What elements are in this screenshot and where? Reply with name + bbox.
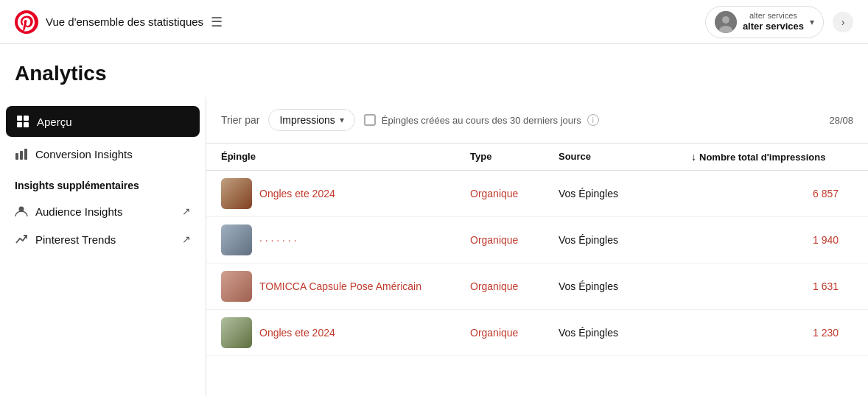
impressions-cell: 6 857 bbox=[691, 188, 853, 199]
checkbox-area: Épingles créées au cours des 30 derniers… bbox=[364, 114, 599, 126]
svg-rect-7 bbox=[24, 122, 29, 127]
nav-arrow-right[interactable]: › bbox=[833, 12, 853, 32]
table-row: TOMICCA Capsule Pose Américain Organique… bbox=[206, 264, 868, 310]
impressions-cell: 1 230 bbox=[691, 327, 853, 339]
pin-cell: TOMICCA Capsule Pose Américain bbox=[221, 271, 470, 302]
sidebar-section-title: Insights supplémentaires bbox=[0, 168, 206, 197]
external-link-icon-audience: ↗ bbox=[182, 205, 191, 217]
sidebar-item-trends[interactable]: Pinterest Trends ↗ bbox=[0, 225, 206, 253]
chart-icon bbox=[15, 147, 28, 160]
account-name-bottom: alter services bbox=[743, 21, 804, 32]
pin-thumbnail bbox=[221, 317, 252, 348]
table-row: Ongles ete 2024 Organique Vos Épingles 6… bbox=[206, 171, 868, 217]
sidebar-item-apercu-label: Aperçu bbox=[37, 116, 72, 128]
col-header-type: Type bbox=[470, 151, 559, 163]
toolbar: Trier par Impressions ▾ Épingles créées … bbox=[206, 97, 868, 144]
col-header-source: Source bbox=[559, 151, 691, 163]
sort-down-arrow: ↓ bbox=[691, 151, 696, 163]
pin-thumbnail bbox=[221, 271, 252, 302]
account-info: alter services alter services bbox=[743, 11, 804, 32]
svg-rect-5 bbox=[24, 116, 29, 121]
checkbox-30days[interactable] bbox=[364, 114, 376, 126]
sidebar-item-conversion-left: Conversion Insights bbox=[15, 147, 133, 160]
header-title: Vue d'ensemble des statistiques bbox=[46, 15, 203, 28]
pin-cell: Ongles ete 2024 bbox=[221, 317, 470, 348]
svg-rect-4 bbox=[17, 116, 22, 121]
sidebar-item-trends-label: Pinterest Trends bbox=[35, 233, 116, 246]
hamburger-icon[interactable]: ☰ bbox=[211, 14, 223, 30]
impressions-cell: 1 940 bbox=[691, 234, 853, 246]
table-row: Ongles ete 2024 Organique Vos Épingles 1… bbox=[206, 310, 868, 356]
source-cell: Vos Épingles bbox=[559, 188, 691, 199]
type-cell: Organique bbox=[470, 280, 559, 292]
chevron-down-icon: ▾ bbox=[810, 17, 814, 27]
external-link-icon-trends: ↗ bbox=[182, 233, 191, 245]
sort-label: Trier par bbox=[221, 114, 259, 126]
pin-name-link[interactable]: Ongles ete 2024 bbox=[259, 327, 335, 339]
main-layout: Aperçu Conversion Insights Insights supp… bbox=[0, 97, 868, 396]
sidebar-item-audience-left: Audience Insights bbox=[15, 205, 122, 218]
svg-rect-6 bbox=[17, 122, 22, 127]
page-title-section: Analytics bbox=[0, 44, 868, 97]
impressions-cell: 1 631 bbox=[691, 280, 853, 292]
pin-name-link[interactable]: TOMICCA Capsule Pose Américain bbox=[259, 280, 421, 292]
type-cell: Organique bbox=[470, 327, 559, 339]
sidebar-item-conversion-label: Conversion Insights bbox=[35, 148, 133, 160]
source-cell: Vos Épingles bbox=[559, 280, 691, 292]
date-badge: 28/08 bbox=[829, 115, 853, 126]
sidebar-item-audience[interactable]: Audience Insights ↗ bbox=[0, 197, 206, 225]
account-name-top: alter services bbox=[743, 11, 804, 21]
checkbox-label: Épingles créées au cours des 30 derniers… bbox=[382, 115, 581, 126]
sidebar: Aperçu Conversion Insights Insights supp… bbox=[0, 97, 206, 396]
table-row: · · · · · · · Organique Vos Épingles 1 9… bbox=[206, 217, 868, 264]
source-cell: Vos Épingles bbox=[559, 234, 691, 246]
header-left: Vue d'ensemble des statistiques ☰ bbox=[15, 10, 223, 34]
type-cell: Organique bbox=[470, 234, 559, 246]
col-header-pin: Épingle bbox=[221, 151, 470, 163]
info-icon[interactable]: i bbox=[587, 114, 599, 126]
pin-cell: · · · · · · · bbox=[221, 224, 470, 255]
chevron-down-icon: ▾ bbox=[340, 115, 344, 125]
content-area: Trier par Impressions ▾ Épingles créées … bbox=[206, 97, 868, 396]
account-button[interactable]: alter services alter services ▾ bbox=[705, 6, 824, 38]
toolbar-left: Trier par Impressions ▾ Épingles créées … bbox=[221, 109, 599, 131]
pin-name-empty: · · · · · · · bbox=[259, 234, 297, 246]
sidebar-item-trends-left: Pinterest Trends bbox=[15, 233, 116, 246]
header: Vue d'ensemble des statistiques ☰ alter … bbox=[0, 0, 868, 44]
grid-icon bbox=[16, 115, 29, 128]
pin-thumbnail bbox=[221, 224, 252, 255]
svg-rect-8 bbox=[15, 153, 18, 160]
svg-rect-10 bbox=[24, 149, 27, 160]
table-header: Épingle Type Source ↓ Nombre total d'imp… bbox=[206, 144, 868, 171]
sort-dropdown[interactable]: Impressions ▾ bbox=[268, 109, 354, 131]
sidebar-item-apercu[interactable]: Aperçu bbox=[6, 106, 200, 137]
sidebar-item-audience-label: Audience Insights bbox=[35, 205, 122, 218]
svg-point-2 bbox=[722, 16, 729, 24]
col-header-impressions[interactable]: ↓ Nombre total d'impressions bbox=[691, 151, 853, 163]
audience-icon bbox=[15, 205, 28, 218]
source-cell: Vos Épingles bbox=[559, 327, 691, 339]
type-cell: Organique bbox=[470, 188, 559, 199]
pin-cell: Ongles ete 2024 bbox=[221, 178, 470, 209]
avatar bbox=[715, 11, 737, 33]
header-right: alter services alter services ▾ › bbox=[705, 6, 853, 38]
pinterest-logo[interactable] bbox=[15, 10, 38, 34]
svg-rect-9 bbox=[20, 151, 23, 160]
pin-name-link[interactable]: Ongles ete 2024 bbox=[259, 188, 335, 199]
sidebar-item-conversion[interactable]: Conversion Insights bbox=[0, 140, 206, 168]
page-title: Analytics bbox=[15, 62, 853, 85]
trends-icon bbox=[15, 233, 28, 246]
sort-value: Impressions bbox=[279, 114, 335, 126]
pin-thumbnail bbox=[221, 178, 252, 209]
